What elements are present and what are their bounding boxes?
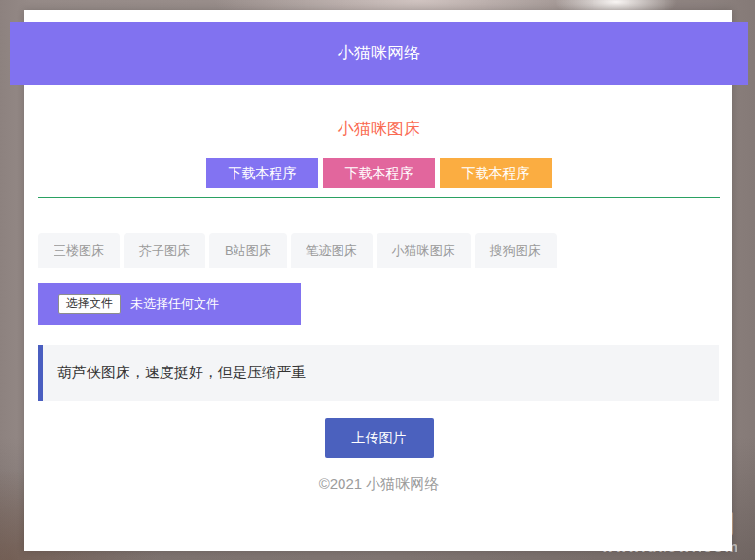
copyright-text: ©2021 小猫咪网络 xyxy=(38,475,720,494)
tab-jiezi[interactable]: 芥子图床 xyxy=(124,233,205,268)
imagebed-tabs: 三楼图床 芥子图床 B站图床 笔迹图床 小猫咪图床 搜狗图床 xyxy=(38,233,720,268)
tab-sanlou[interactable]: 三楼图床 xyxy=(38,233,120,268)
site-banner: 小猫咪网络 xyxy=(10,22,748,85)
page-title: 小猫咪图床 xyxy=(38,121,720,137)
download-buttons-row: 下载本程序 下载本程序 下载本程序 xyxy=(38,158,720,188)
upload-image-button[interactable]: 上传图片 xyxy=(325,418,434,458)
tab-bzhan[interactable]: B站图床 xyxy=(209,233,287,268)
download-button-orange[interactable]: 下载本程序 xyxy=(440,158,552,188)
upload-row: 上传图片 xyxy=(38,418,720,458)
download-button-purple[interactable]: 下载本程序 xyxy=(206,158,318,188)
download-button-pink[interactable]: 下载本程序 xyxy=(323,158,435,188)
tab-sougou[interactable]: 搜狗图床 xyxy=(475,233,557,268)
tab-biji[interactable]: 笔迹图床 xyxy=(291,233,373,268)
section-divider xyxy=(38,197,720,198)
site-title: 小猫咪网络 xyxy=(338,44,420,62)
choose-file-button[interactable]: 选择文件 xyxy=(58,294,121,314)
tab-xiaomaomi[interactable]: 小猫咪图床 xyxy=(377,233,471,268)
main-card: 小猫咪图床 下载本程序 下载本程序 下载本程序 三楼图床 芥子图床 B站图床 笔… xyxy=(24,10,732,551)
no-file-selected-text: 未选择任何文件 xyxy=(130,296,219,313)
notice-text: 葫芦侠图床，速度挺好，但是压缩严重 xyxy=(57,364,306,382)
notice-box: 葫芦侠图床，速度挺好，但是压缩严重 xyxy=(38,345,719,401)
file-input-area: 选择文件 未选择任何文件 xyxy=(38,283,301,325)
